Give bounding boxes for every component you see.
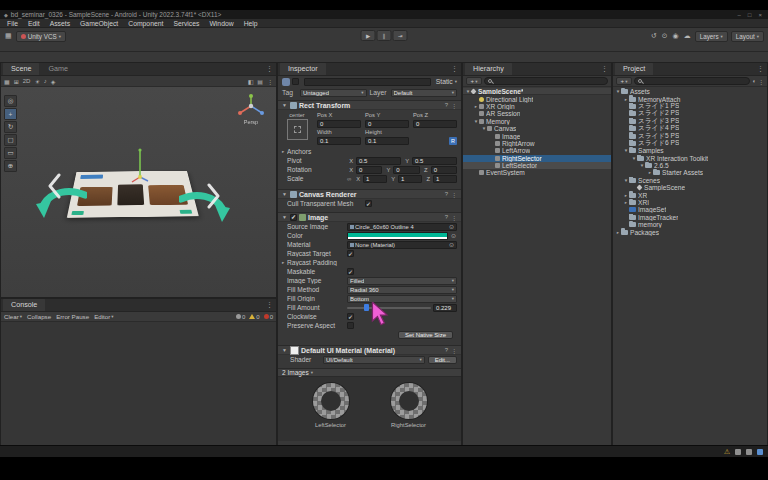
hidden-packages-icon[interactable]: ◐ xyxy=(752,78,756,84)
maximize-button[interactable]: □ xyxy=(746,12,754,18)
help-icon[interactable]: ? xyxy=(445,102,448,109)
tab-hierarchy[interactable]: Hierarchy xyxy=(465,62,512,75)
cloud-icon[interactable]: ☁ xyxy=(683,32,692,40)
view-tool[interactable]: ◎ xyxy=(4,95,17,107)
project-item-xr[interactable]: ▸XR xyxy=(613,191,767,198)
camera-settings-icon[interactable]: ◧ xyxy=(248,78,254,85)
tab-game[interactable]: Game xyxy=(40,62,76,75)
status-log-icon[interactable] xyxy=(746,449,752,455)
pos-y-field[interactable]: 0 xyxy=(365,120,409,128)
scale-z-field[interactable]: 1 xyxy=(433,175,457,183)
unity-vcs-button[interactable]: Unity VCS ▾ xyxy=(16,31,66,42)
project-item-4-ps[interactable]: スライド4 PS xyxy=(613,125,767,132)
rotate-tool[interactable]: ↻ xyxy=(4,121,17,133)
console-info-badge[interactable]: 0 xyxy=(236,314,245,320)
create-menu-button[interactable]: +▾ xyxy=(616,77,632,85)
kebab-menu-icon[interactable]: ⋮ xyxy=(451,191,457,198)
project-search-input[interactable] xyxy=(634,77,750,85)
tab-scene[interactable]: Scene xyxy=(3,62,39,75)
status-activity-icon[interactable] xyxy=(735,449,741,455)
material-field[interactable]: None (Material)⊙ xyxy=(347,241,457,249)
width-field[interactable]: 0.1 xyxy=(317,137,361,145)
material-header[interactable]: ▼ Default UI Material (Material) ? ⋮ xyxy=(278,345,461,355)
rotation-y-field[interactable]: 0 xyxy=(393,166,419,174)
scene-overlay-menu-icon[interactable]: ⋮ xyxy=(267,78,273,85)
fill-amount-slider[interactable] xyxy=(347,304,431,312)
menu-help[interactable]: Help xyxy=(239,20,263,27)
effects-toggle-icon[interactable]: ◈ xyxy=(51,78,56,85)
anchor-preset-widget[interactable]: center xyxy=(282,112,312,145)
preserve-aspect-checkbox[interactable] xyxy=(347,322,354,329)
project-item-1-ps[interactable]: スライド1 PS xyxy=(613,103,767,110)
kebab-menu-icon[interactable]: ⋮ xyxy=(598,65,611,75)
hierarchy-item-canvas[interactable]: ▼Canvas xyxy=(463,125,611,132)
hierarchy-item-xr-origin[interactable]: ▸XR Origin xyxy=(463,103,611,110)
pivot-y-field[interactable]: 0.5 xyxy=(412,157,457,165)
layout-dropdown[interactable]: Layout ▾ xyxy=(731,31,764,42)
kebab-menu-icon[interactable]: ⋮ xyxy=(451,214,457,221)
rect-tool[interactable]: ▭ xyxy=(4,147,17,159)
console-warn-badge[interactable]: 0 xyxy=(249,314,259,320)
scale-y-field[interactable]: 1 xyxy=(398,175,422,183)
snap-icon[interactable]: ⊞ xyxy=(14,78,19,85)
shader-dropdown[interactable]: UI/Default ▾ xyxy=(323,356,425,364)
2d-toggle[interactable]: 2D xyxy=(23,78,31,84)
step-button[interactable]: ⇥ xyxy=(393,30,408,41)
move-tool[interactable]: + xyxy=(4,108,17,120)
hierarchy-item-directional-light[interactable]: Directional Light xyxy=(463,95,611,102)
menu-assets[interactable]: Assets xyxy=(45,20,75,27)
grid-layout-icon[interactable]: ▦ xyxy=(4,32,13,40)
fill-amount-value-field[interactable]: 0.229 xyxy=(433,304,457,312)
menu-gameobject[interactable]: GameObject xyxy=(75,20,123,27)
project-item-2-ps[interactable]: スライド2 PS xyxy=(613,110,767,117)
clockwise-checkbox[interactable]: ✓ xyxy=(347,313,354,320)
clear-button[interactable]: Clear▾ xyxy=(4,313,22,320)
grid-icon[interactable]: ▦ xyxy=(4,78,10,85)
hierarchy-item-leftarrow[interactable]: LeftArrow xyxy=(463,147,611,154)
pos-x-field[interactable]: 0 xyxy=(317,120,361,128)
foldout-icon[interactable]: ▼ xyxy=(282,214,288,220)
play-button[interactable]: ▶ xyxy=(361,30,376,41)
tag-dropdown[interactable]: Untagged ▾ xyxy=(300,89,367,97)
project-item-5-ps[interactable]: スライド5 PS xyxy=(613,132,767,139)
image-type-dropdown[interactable]: Filled▾ xyxy=(347,277,457,285)
project-item-scenes[interactable]: ▼Scenes xyxy=(613,177,767,184)
object-name-field[interactable] xyxy=(304,78,431,86)
kebab-menu-icon[interactable]: ⋮ xyxy=(448,65,461,75)
height-field[interactable]: 0.1 xyxy=(365,137,409,145)
gizmos-menu-icon[interactable]: ▤ xyxy=(257,78,263,85)
project-item-3-ps[interactable]: スライド3 PS xyxy=(613,118,767,125)
static-dropdown-icon[interactable]: ▾ xyxy=(455,79,457,84)
hierarchy-item-rightarrow[interactable]: RightArrow xyxy=(463,140,611,147)
status-warning-icon[interactable]: ⚠ xyxy=(724,449,730,455)
fill-origin-dropdown[interactable]: Bottom▾ xyxy=(347,295,457,303)
help-icon[interactable]: ? xyxy=(445,347,448,354)
project-item-packages[interactable]: ▸Packages xyxy=(613,228,767,235)
preview-header[interactable]: 2 Images ▾ xyxy=(278,368,461,377)
object-picker-icon[interactable]: ⊙ xyxy=(448,241,455,248)
hierarchy-item-ar-session[interactable]: AR Session xyxy=(463,110,611,117)
close-button[interactable]: × xyxy=(756,12,764,18)
collapse-button[interactable]: Collapse xyxy=(27,313,51,320)
raycast-target-checkbox[interactable]: ✓ xyxy=(347,250,354,257)
canvas-renderer-header[interactable]: ▼ Canvas Renderer ? ⋮ xyxy=(278,189,461,199)
hierarchy-item-samplescene[interactable]: ▼SampleScene* xyxy=(463,88,611,95)
image-component-header[interactable]: ▼ ✓ Image ? ⋮ xyxy=(278,212,461,222)
project-item-imageset[interactable]: ImageSet xyxy=(613,206,767,213)
console-error-badge[interactable]: 0 xyxy=(264,314,273,320)
rotation-x-field[interactable]: 0 xyxy=(356,166,382,174)
rect-transform-header[interactable]: ▼ Rect Transform ? ⋮ xyxy=(278,100,461,110)
tab-console[interactable]: Console xyxy=(3,298,45,311)
hierarchy-item-eventsystem[interactable]: EventSystem xyxy=(463,169,611,176)
kebab-menu-icon[interactable]: ⋮ xyxy=(451,347,457,354)
project-item-samplescene[interactable]: SampleScene xyxy=(613,184,767,191)
foldout-icon[interactable]: ▼ xyxy=(282,347,288,353)
project-item-6-ps[interactable]: スライド6 PS xyxy=(613,140,767,147)
persp-label[interactable]: Persp xyxy=(234,119,268,125)
error-pause-button[interactable]: Error Pause xyxy=(56,313,89,320)
foldout-icon[interactable]: ▼ xyxy=(282,102,288,108)
pos-z-field[interactable]: 0 xyxy=(413,120,457,128)
menu-edit[interactable]: Edit xyxy=(23,20,45,27)
audio-toggle-icon[interactable]: ♪ xyxy=(44,78,47,84)
search-icon[interactable]: ⊙ xyxy=(661,32,669,40)
